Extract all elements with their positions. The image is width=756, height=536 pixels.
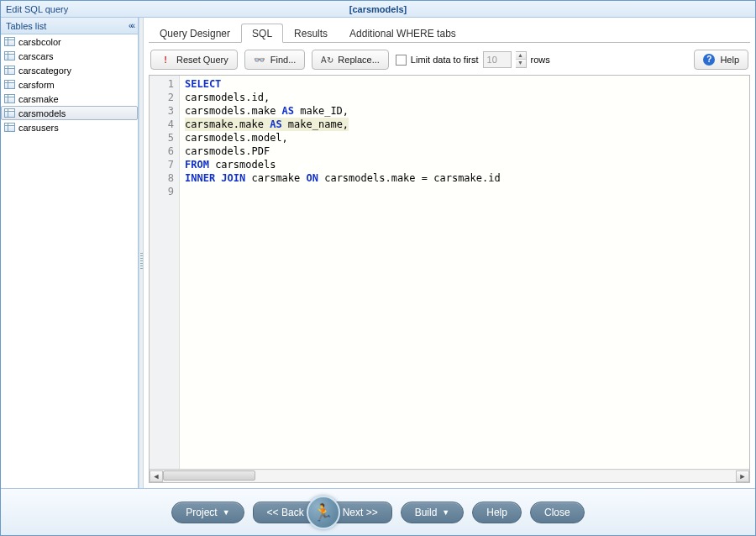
find-label: Find... [270, 55, 297, 65]
limit-checkbox[interactable] [396, 55, 407, 66]
toolbar: ! Reset Query 👓 Find... A↻ Replace... Li… [149, 43, 750, 75]
reset-query-button[interactable]: ! Reset Query [150, 50, 238, 70]
table-item-carscategory[interactable]: carscategory [1, 63, 138, 77]
titlebar-left: Edit SQL query [6, 4, 68, 14]
back-label: << Back [267, 507, 304, 518]
help-icon: ? [703, 54, 715, 66]
scroll-right-icon[interactable]: ► [736, 470, 749, 482]
project-label: Project [186, 507, 217, 518]
tab-additional-where-tabs[interactable]: Additional WHERE tabs [339, 24, 467, 43]
next-label: Next >> [343, 507, 378, 518]
footer-help-label: Help [486, 507, 507, 518]
main-panel: Query DesignerSQLResultsAdditional WHERE… [144, 18, 755, 488]
splitter[interactable] [139, 18, 144, 488]
table-item-label: carsmake [18, 94, 59, 104]
tables-header-label: Tables list [6, 21, 46, 31]
limit-input[interactable] [483, 51, 512, 68]
titlebar-center: [carsmodels] [1, 4, 755, 14]
table-icon [4, 51, 15, 60]
table-item-carsmake[interactable]: carsmake [1, 92, 138, 106]
table-icon [4, 66, 15, 75]
run-button[interactable]: 🏃 [307, 496, 340, 529]
tab-sql[interactable]: SQL [241, 24, 283, 43]
line-gutter: 123456789 [150, 76, 180, 469]
table-icon [4, 108, 15, 118]
limit-group: Limit data to first ▲ ▼ rows [396, 51, 550, 68]
table-item-label: carsform [18, 80, 55, 90]
run-icon: 🏃 [312, 502, 333, 523]
sql-editor-window: Edit SQL query [carsmodels] Tables list … [0, 0, 756, 536]
table-item-carscars[interactable]: carscars [1, 49, 138, 63]
footer: Project ▼ << Back 🏃 Next >> Build ▼ Help… [1, 488, 755, 535]
spinner-down-icon[interactable]: ▼ [516, 60, 526, 67]
table-icon [4, 123, 15, 132]
nav-group: << Back 🏃 Next >> [253, 496, 392, 529]
reset-label: Reset Query [176, 55, 228, 65]
close-button[interactable]: Close [530, 502, 585, 523]
table-icon [4, 94, 15, 103]
footer-help-button[interactable]: Help [472, 502, 522, 523]
table-item-carsmodels[interactable]: carsmodels [1, 106, 138, 120]
table-item-label: carsusers [18, 123, 59, 133]
table-item-label: carscars [18, 51, 54, 61]
spinner-up-icon[interactable]: ▲ [516, 52, 526, 60]
binoculars-icon: 👓 [254, 55, 265, 66]
scroll-thumb[interactable] [163, 470, 255, 481]
tables-header[interactable]: Tables list «« [1, 18, 138, 34]
table-item-label: carsbcolor [18, 37, 61, 47]
replace-icon: A↻ [321, 55, 333, 65]
titlebar: Edit SQL query [carsmodels] [1, 1, 755, 18]
horizontal-scrollbar[interactable]: ◄ ► [150, 469, 749, 482]
scroll-left-icon[interactable]: ◄ [150, 470, 163, 482]
body: Tables list «« carsbcolorcarscarscarscat… [1, 18, 755, 488]
collapse-icon[interactable]: «« [129, 21, 133, 30]
replace-button[interactable]: A↻ Replace... [312, 50, 389, 70]
limit-spinner[interactable]: ▲ ▼ [516, 51, 527, 68]
table-item-carsusers[interactable]: carsusers [1, 120, 138, 134]
tab-query-designer[interactable]: Query Designer [149, 24, 241, 43]
close-label: Close [544, 507, 570, 518]
table-icon [4, 37, 15, 46]
code-area[interactable]: SELECTcarsmodels.id,carsmodels.make AS m… [180, 76, 749, 469]
table-item-carsform[interactable]: carsform [1, 77, 138, 92]
tables-sidebar: Tables list «« carsbcolorcarscarscarscat… [1, 18, 139, 488]
rows-label: rows [531, 55, 550, 65]
table-item-label: carscategory [18, 66, 71, 76]
help-button[interactable]: ? Help [694, 50, 748, 70]
caret-down-icon: ▼ [442, 508, 449, 517]
tabs: Query DesignerSQLResultsAdditional WHERE… [149, 23, 750, 43]
find-button[interactable]: 👓 Find... [244, 50, 306, 70]
table-item-label: carsmodels [18, 108, 66, 118]
table-icon [4, 80, 15, 89]
tables-list: carsbcolorcarscarscarscategorycarsformca… [1, 34, 138, 488]
tab-results[interactable]: Results [283, 24, 339, 43]
scroll-track[interactable] [163, 470, 736, 482]
caret-down-icon: ▼ [223, 508, 230, 517]
exclamation-icon: ! [160, 55, 171, 65]
build-button[interactable]: Build ▼ [401, 502, 465, 523]
replace-label: Replace... [338, 55, 380, 65]
table-item-carsbcolor[interactable]: carsbcolor [1, 34, 138, 49]
build-label: Build [415, 507, 438, 518]
help-label: Help [720, 55, 739, 65]
code-editor: 123456789 SELECTcarsmodels.id,carsmodels… [149, 75, 750, 483]
limit-label: Limit data to first [411, 55, 479, 65]
editor-body: 123456789 SELECTcarsmodels.id,carsmodels… [150, 76, 749, 469]
project-button[interactable]: Project ▼ [171, 502, 244, 523]
